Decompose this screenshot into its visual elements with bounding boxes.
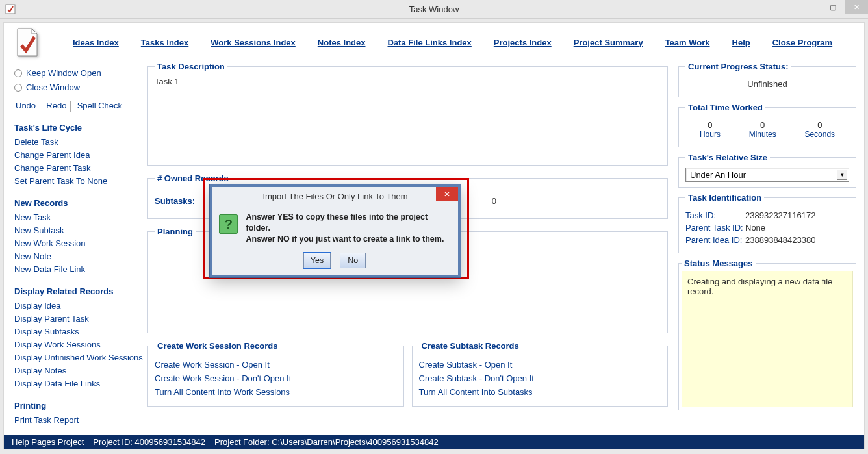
parent-idea-id-value: 238893848423380 [745, 235, 815, 245]
relative-size-group: Task's Relative Size Under An Hour ▾ [678, 153, 856, 188]
undo-button[interactable]: Undo [14, 99, 37, 112]
radio-label: Close Window [26, 81, 80, 94]
change-parent-idea[interactable]: Change Parent Idea [14, 149, 144, 162]
display-data-file-links[interactable]: Display Data File Links [14, 377, 144, 390]
create-subtask-legend: Create Subtask Records [419, 341, 522, 351]
display-subtasks[interactable]: Display Subtasks [14, 325, 144, 338]
task-identification-legend: Task Identification [685, 193, 764, 203]
create-ws-open[interactable]: Create Work Session - Open It [155, 360, 397, 370]
menu-tasks-index[interactable]: Tasks Index [141, 38, 188, 47]
client-area: Ideas Index Tasks Index Work Sessions In… [3, 22, 865, 449]
create-subtask-no-open[interactable]: Create Subtask - Don't Open It [419, 373, 661, 383]
task-id-value: 238932327116172 [745, 210, 815, 220]
menu-notes-index[interactable]: Notes Index [318, 38, 366, 47]
progress-status-legend: Current Progress Status: [685, 62, 791, 71]
minimize-button[interactable]: — [798, 0, 821, 14]
dialog-message-line2: Answer NO if you just want to create a l… [246, 234, 450, 245]
status-project-id: Project ID: 400956931534842 [93, 437, 205, 447]
menu-close-program[interactable]: Close Program [772, 38, 832, 47]
status-help-pages: Help Pages Project [12, 437, 84, 447]
total-time-legend: Total Time Worked [685, 103, 765, 112]
menu-ideas-index[interactable]: Ideas Index [73, 38, 119, 47]
hours-label: Hours [700, 130, 721, 139]
subtasks-label: Subtasks: [155, 196, 195, 206]
create-work-session-group: Create Work Session Records Create Work … [147, 341, 404, 407]
radio-close-window[interactable]: Close Window [14, 81, 144, 94]
display-notes[interactable]: Display Notes [14, 364, 144, 377]
new-note[interactable]: New Note [14, 250, 144, 263]
no-button[interactable]: No [340, 253, 366, 268]
heading-new-records: New Records [14, 197, 144, 210]
spell-check-button[interactable]: Spell Check [76, 99, 123, 112]
status-project-folder: Project Folder: C:\Users\Darren\Projects… [214, 437, 439, 447]
status-bar: Help Pages Project Project ID: 400956931… [4, 435, 864, 449]
dialog-title: Import The Files Or Only Link To Them [262, 192, 407, 201]
dialog-close-button[interactable]: ✕ [436, 187, 458, 201]
task-identification-group: Task Identification Task ID:238932327116… [678, 193, 856, 253]
progress-status-value: Unfinished [685, 77, 849, 92]
relative-size-select[interactable]: Under An Hour ▾ [685, 168, 849, 182]
owned-records-legend: # Owned Records [155, 173, 231, 183]
question-icon: ? [219, 214, 238, 234]
parent-task-id-label: Parent Task ID: [685, 223, 745, 233]
status-messages-text: Creating and displaying a new data file … [682, 271, 853, 407]
heading-printing: Printing [14, 399, 144, 412]
set-parent-task-none[interactable]: Set Parent Task To None [14, 175, 144, 188]
menu-work-sessions-index[interactable]: Work Sessions Index [211, 38, 296, 47]
display-idea[interactable]: Display Idea [14, 299, 144, 312]
parent-task-id-value: None [745, 223, 765, 233]
divider [70, 101, 73, 112]
turn-content-into-subtasks[interactable]: Turn All Content Into Subtasks [419, 387, 661, 397]
task-description-text[interactable]: Task 1 [155, 77, 661, 86]
seconds-value: 0 [804, 120, 835, 130]
dialog-titlebar[interactable]: Import The Files Or Only Link To Them ✕ [212, 187, 458, 205]
create-subtask-group: Create Subtask Records Create Subtask - … [412, 341, 669, 407]
status-messages-group: Status Messages Creating and displaying … [678, 259, 856, 410]
sidebar: Keep Window Open Close Window Undo Redo … [4, 62, 144, 437]
total-time-group: Total Time Worked 0Hours 0Minutes 0Secon… [678, 103, 856, 147]
window-title: Task Window [0, 5, 868, 14]
create-ws-no-open[interactable]: Create Work Session - Don't Open It [155, 373, 397, 383]
radio-icon [14, 84, 22, 92]
hours-value: 0 [700, 120, 721, 130]
change-parent-task[interactable]: Change Parent Task [14, 162, 144, 175]
yes-button[interactable]: Yes [303, 253, 331, 268]
dialog-message: Answer YES to copy these files into the … [246, 212, 450, 245]
new-task[interactable]: New Task [14, 211, 144, 224]
turn-content-into-ws[interactable]: Turn All Content Into Work Sessions [155, 387, 397, 397]
page-logo-icon [14, 27, 40, 57]
menu-data-file-links-index[interactable]: Data File Links Index [388, 38, 472, 47]
new-work-session[interactable]: New Work Session [14, 237, 144, 250]
heading-display-related: Display Related Records [14, 285, 144, 298]
create-subtask-open[interactable]: Create Subtask - Open It [419, 360, 661, 370]
menu-projects-index[interactable]: Projects Index [494, 38, 552, 47]
display-work-sessions[interactable]: Display Work Sessions [14, 338, 144, 351]
progress-status-group: Current Progress Status: Unfinished [678, 62, 856, 97]
menu-project-summary[interactable]: Project Summary [574, 38, 643, 47]
heading-task-life-cycle: Task's Life Cycle [14, 121, 144, 134]
menu-team-work[interactable]: Team Work [665, 38, 710, 47]
window-close-button[interactable]: ✕ [845, 0, 868, 14]
window-titlebar: Task Window — ▢ ✕ [0, 0, 868, 19]
radio-keep-window-open[interactable]: Keep Window Open [14, 67, 144, 80]
menu-help[interactable]: Help [732, 38, 750, 47]
relative-size-legend: Task's Relative Size [685, 153, 770, 162]
print-task-report[interactable]: Print Task Report [14, 414, 144, 427]
delete-task[interactable]: Delete Task [14, 136, 144, 149]
new-data-file-link[interactable]: New Data File Link [14, 263, 144, 276]
minutes-label: Minutes [749, 130, 776, 139]
display-unfinished-work-sessions[interactable]: Display Unfinished Work Sessions [14, 351, 144, 364]
display-parent-task[interactable]: Display Parent Task [14, 312, 144, 325]
planning-legend: Planning [155, 227, 196, 236]
new-subtask[interactable]: New Subtask [14, 224, 144, 237]
radio-icon [14, 69, 22, 77]
task-description-legend: Task Description [155, 62, 227, 71]
task-id-label: Task ID: [685, 210, 745, 220]
right-panel: Current Progress Status: Unfinished Tota… [676, 62, 864, 437]
maximize-button[interactable]: ▢ [821, 0, 845, 14]
seconds-label: Seconds [804, 130, 835, 139]
create-ws-legend: Create Work Session Records [155, 341, 280, 351]
task-description-group: Task Description Task 1 [147, 62, 668, 166]
parent-idea-id-label: Parent Idea ID: [685, 235, 745, 245]
redo-button[interactable]: Redo [45, 99, 68, 112]
